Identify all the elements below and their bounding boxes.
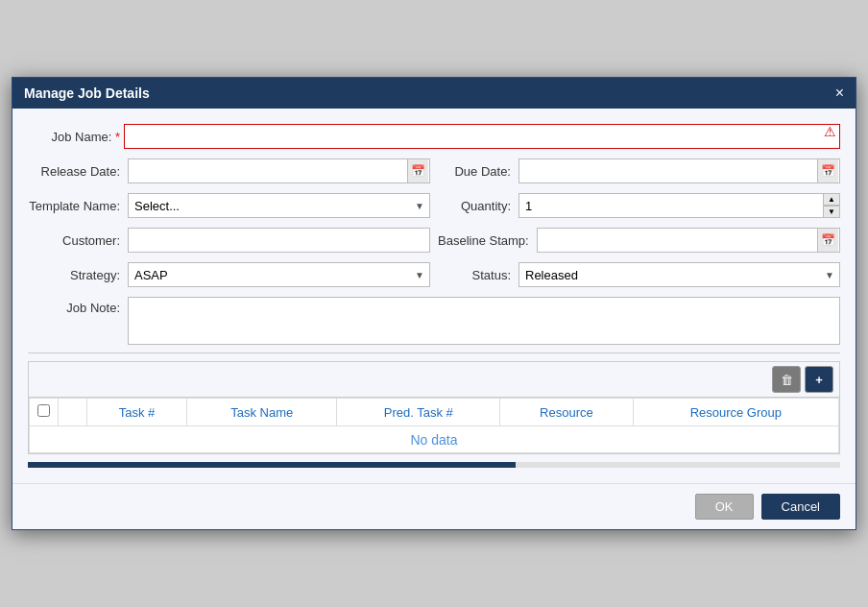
customer-baseline-row: Customer: Baseline Stamp: 📅 [28, 228, 840, 253]
status-col: Status: Released Open Closed On Hold ▼ [438, 262, 840, 287]
job-name-input-wrap: ⚠ [124, 124, 840, 149]
col-pred-task: Pred. Task # [337, 399, 500, 426]
ok-button[interactable]: OK [695, 494, 754, 520]
status-select-wrap: Released Open Closed On Hold ▼ [518, 262, 840, 287]
quantity-down-button[interactable]: ▼ [823, 206, 840, 218]
empty-row: No data [30, 426, 839, 453]
col-resource-group: Resource Group [633, 399, 838, 426]
no-data-message: No data [30, 426, 839, 453]
tasks-table: Task # Task Name Pred. Task # Resource R… [29, 398, 839, 453]
dialog-footer: OK Cancel [12, 483, 856, 529]
quantity-input[interactable]: 1 [518, 193, 840, 218]
customer-input[interactable] [128, 228, 430, 253]
customer-col: Customer: [28, 228, 430, 253]
add-row-button[interactable]: + [805, 366, 833, 393]
release-date-input-wrap: 📅 [128, 158, 430, 183]
release-date-input[interactable] [128, 158, 430, 183]
job-note-textarea[interactable] [128, 297, 840, 345]
quantity-label: Quantity: [438, 199, 515, 213]
error-icon: ⚠ [824, 124, 836, 139]
table-header: Task # Task Name Pred. Task # Resource R… [30, 399, 839, 426]
release-date-label: Release Date: [28, 164, 124, 179]
customer-label: Customer: [28, 233, 124, 248]
strategy-status-row: Strategy: ASAP ALAP Manual ▼ Status: Rel… [28, 262, 840, 287]
col-checkbox [30, 399, 59, 426]
add-icon: + [815, 373, 823, 387]
baseline-stamp-input-wrap: 📅 [537, 228, 840, 253]
dialog-body: Job Name: * ⚠ Release Date: 📅 Due Date: [12, 109, 856, 483]
col-task-name: Task Name [187, 399, 337, 426]
dialog-title: Manage Job Details [24, 85, 150, 101]
table-body: No data [30, 426, 839, 453]
due-date-input[interactable] [518, 158, 840, 183]
strategy-select[interactable]: ASAP ALAP Manual [128, 262, 430, 287]
delete-icon: 🗑 [781, 373, 793, 387]
job-note-label: Job Note: [28, 297, 124, 315]
job-name-input[interactable] [124, 124, 840, 149]
tasks-table-section: 🗑 + Task # Task Name Pred. Task # [28, 361, 840, 454]
due-date-calendar-icon[interactable]: 📅 [817, 159, 838, 182]
template-name-select[interactable]: Select... [128, 193, 430, 218]
close-button[interactable]: × [835, 85, 844, 101]
section-divider [28, 352, 840, 353]
quantity-spinner-buttons: ▲ ▼ [823, 193, 840, 218]
dialog-header: Manage Job Details × [12, 78, 856, 109]
baseline-stamp-col: Baseline Stamp: 📅 [438, 228, 840, 253]
quantity-spinner-wrap: 1 ▲ ▼ [518, 193, 840, 218]
progress-bar-fill [28, 462, 516, 468]
strategy-select-wrap: ASAP ALAP Manual ▼ [128, 262, 430, 287]
strategy-label: Strategy: [28, 268, 124, 282]
baseline-stamp-calendar-icon[interactable]: 📅 [817, 229, 838, 252]
delete-row-button[interactable]: 🗑 [772, 366, 801, 393]
status-select[interactable]: Released Open Closed On Hold [518, 262, 840, 287]
template-name-label: Template Name: [28, 199, 124, 213]
due-date-input-wrap: 📅 [518, 158, 840, 183]
template-name-select-wrap: Select... ▼ [128, 193, 430, 218]
release-date-calendar-icon[interactable]: 📅 [407, 159, 428, 182]
progress-bar [28, 462, 840, 468]
release-date-col: Release Date: 📅 [28, 158, 430, 183]
cancel-button[interactable]: Cancel [761, 494, 840, 520]
due-date-label: Due Date: [438, 164, 515, 179]
job-name-label: Job Name: * [28, 130, 124, 144]
template-col: Template Name: Select... ▼ [28, 193, 430, 218]
col-task-num: Task # [87, 399, 187, 426]
baseline-stamp-label: Baseline Stamp: [438, 233, 533, 248]
status-label: Status: [438, 268, 515, 282]
release-due-date-row: Release Date: 📅 Due Date: 📅 [28, 158, 840, 183]
quantity-up-button[interactable]: ▲ [823, 193, 840, 206]
due-date-col: Due Date: 📅 [438, 158, 840, 183]
baseline-stamp-input[interactable] [537, 228, 840, 253]
manage-job-dialog: Manage Job Details × Job Name: * ⚠ Relea… [12, 77, 856, 530]
template-quantity-row: Template Name: Select... ▼ Quantity: 1 ▲… [28, 193, 840, 218]
select-all-checkbox[interactable] [37, 404, 50, 417]
quantity-col: Quantity: 1 ▲ ▼ [438, 193, 840, 218]
col-num [59, 399, 87, 426]
job-name-row: Job Name: * ⚠ [28, 124, 840, 149]
strategy-col: Strategy: ASAP ALAP Manual ▼ [28, 262, 430, 287]
col-resource: Resource [500, 399, 633, 426]
job-note-row: Job Note: [28, 297, 840, 345]
table-toolbar: 🗑 + [29, 362, 839, 398]
